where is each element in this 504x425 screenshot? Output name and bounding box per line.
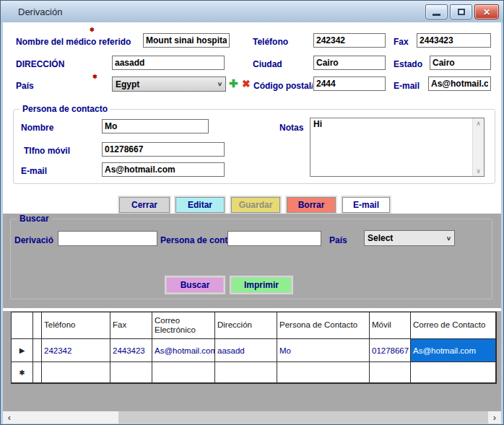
column-header-selector: [12, 312, 33, 339]
search-panel: Buscar Derivació Persona de conta País S…: [3, 214, 501, 308]
horizontal-scrollbar[interactable]: ‹ ›: [3, 411, 501, 424]
email-label: E-mail: [353, 200, 379, 210]
column-header-movil[interactable]: Móvil: [370, 312, 411, 339]
cell-persona-de-contacto[interactable]: [277, 362, 370, 383]
cell-direccion[interactable]: aasadd: [215, 339, 277, 362]
cell-fax[interactable]: 2443423: [110, 339, 152, 362]
cell-direccion[interactable]: [215, 362, 277, 383]
phone-label: Teléfono: [253, 37, 288, 47]
chevron-down-icon: ∨: [217, 81, 222, 87]
window-title: Derivación: [18, 6, 62, 17]
referral-email-input[interactable]: [428, 76, 491, 91]
search-referral-input[interactable]: [58, 231, 157, 246]
form-area: ✱ Nombre del médico referido Teléfono Fa…: [3, 22, 501, 424]
scroll-down-icon[interactable]: ∨: [476, 167, 481, 175]
cell-persona-de-contacto[interactable]: Mo: [277, 339, 370, 362]
contact-mobile-input[interactable]: [102, 142, 225, 157]
search-country-value: Select: [368, 233, 393, 243]
city-input[interactable]: [313, 56, 386, 70]
close-button[interactable]: ✕: [474, 4, 499, 19]
edit-label: Editar: [188, 200, 212, 210]
search-referral-label: Derivació: [14, 235, 53, 245]
cell-correo-de-contacto-selected[interactable]: As@hotmail.com: [411, 339, 496, 362]
cell-movil[interactable]: [370, 362, 411, 383]
contact-group-title: Persona de contacto: [19, 104, 110, 114]
edit-button[interactable]: Editar: [175, 197, 225, 213]
cell-correo-electronico[interactable]: [152, 362, 215, 383]
window: Derivación ✕ ✱ Nombre del médico referid…: [0, 0, 504, 425]
caption-buttons: ✕: [425, 4, 499, 19]
cell-correo-de-contacto[interactable]: [411, 362, 496, 383]
search-country-label: País: [329, 235, 347, 245]
column-header-telefono[interactable]: Teléfono: [42, 312, 110, 339]
delete-label: Borrar: [298, 200, 325, 210]
scroll-right-icon[interactable]: ›: [488, 411, 501, 424]
referral-email-label: E-mail: [394, 81, 420, 91]
country-select[interactable]: Egypt ∨: [112, 76, 226, 92]
address-input[interactable]: [112, 56, 225, 70]
column-header-direccion[interactable]: Dirección: [215, 312, 277, 339]
save-button[interactable]: Guardar: [231, 197, 280, 213]
cell-correo-electronico[interactable]: As@hotmail.com: [152, 339, 215, 362]
print-button[interactable]: Imprimir: [231, 277, 292, 293]
add-country-icon[interactable]: ✚: [229, 76, 238, 91]
scrollbar-thumb[interactable]: [118, 411, 488, 424]
fax-label: Fax: [394, 37, 409, 47]
remove-country-icon[interactable]: ✖: [242, 76, 251, 91]
postal-input[interactable]: [313, 76, 386, 91]
notes-label: Notas: [279, 123, 303, 133]
phone-input[interactable]: [313, 33, 386, 48]
search-country-select[interactable]: Select ∨: [364, 230, 455, 246]
contact-name-input[interactable]: [102, 119, 209, 133]
row-spacer-cell: [33, 362, 42, 383]
column-header-persona-de-contacto[interactable]: Persona de Contacto: [277, 312, 370, 339]
cell-fax[interactable]: [110, 362, 152, 383]
city-label: Ciudad: [253, 59, 282, 69]
row-selector-current-icon[interactable]: ▶: [12, 339, 33, 362]
save-label: Guardar: [239, 200, 273, 210]
cell-telefono[interactable]: 242342: [42, 339, 110, 362]
maximize-button[interactable]: [450, 4, 472, 19]
email-button[interactable]: E-mail: [342, 197, 390, 213]
cell-telefono[interactable]: [42, 362, 110, 383]
fax-input[interactable]: [417, 33, 491, 48]
search-group-title: Buscar: [17, 214, 52, 224]
scroll-up-icon[interactable]: ∧: [476, 120, 481, 127]
notes-input[interactable]: Hi ∧ ∨: [310, 118, 485, 177]
notes-scrollbar[interactable]: ∧ ∨: [472, 118, 484, 176]
referral-name-input[interactable]: [143, 33, 230, 48]
country-select-value: Egypt: [116, 79, 139, 89]
contact-mobile-label: Tlfno móvil: [24, 146, 70, 156]
column-header-fax[interactable]: Fax: [110, 312, 152, 339]
chevron-down-icon: ∨: [446, 235, 451, 242]
country-label: País: [16, 81, 34, 91]
close-record-label: Cerrar: [131, 200, 157, 210]
column-header-correo-de-contacto[interactable]: Correo de Contacto: [411, 312, 496, 339]
state-input[interactable]: [430, 56, 491, 70]
close-record-button[interactable]: Cerrar: [119, 197, 170, 213]
minimize-icon: [433, 14, 440, 16]
contact-name-label: Nombre: [21, 123, 53, 133]
notes-text: Hi: [313, 119, 322, 129]
contact-email-label: E-mail: [21, 166, 47, 176]
referral-name-label: Nombre del médico referido: [16, 37, 131, 47]
scroll-left-icon[interactable]: ‹: [3, 411, 16, 424]
required-icon: ✱: [90, 27, 95, 33]
state-label: Estado: [394, 59, 422, 69]
search-contact-input[interactable]: [227, 231, 321, 246]
column-header-correo-electronico[interactable]: Correo Electrónico: [152, 312, 215, 339]
row-selector-new-icon[interactable]: ✱: [12, 362, 33, 383]
column-header-spacer: [33, 312, 42, 339]
maximize-icon: [458, 9, 465, 15]
titlebar[interactable]: Derivación ✕: [1, 1, 503, 22]
row-spacer-cell: [33, 339, 42, 362]
delete-button[interactable]: Borrar: [287, 197, 336, 213]
search-button[interactable]: Buscar: [166, 277, 224, 293]
minimize-button[interactable]: [425, 4, 448, 19]
cell-movil[interactable]: 01278667: [370, 339, 411, 362]
contact-email-input[interactable]: [102, 162, 225, 177]
postal-label: Código postal/C: [253, 81, 313, 91]
required-icon: ✱: [92, 74, 97, 80]
search-contact-label: Persona de conta: [160, 235, 233, 245]
search-button-label: Buscar: [181, 280, 210, 290]
